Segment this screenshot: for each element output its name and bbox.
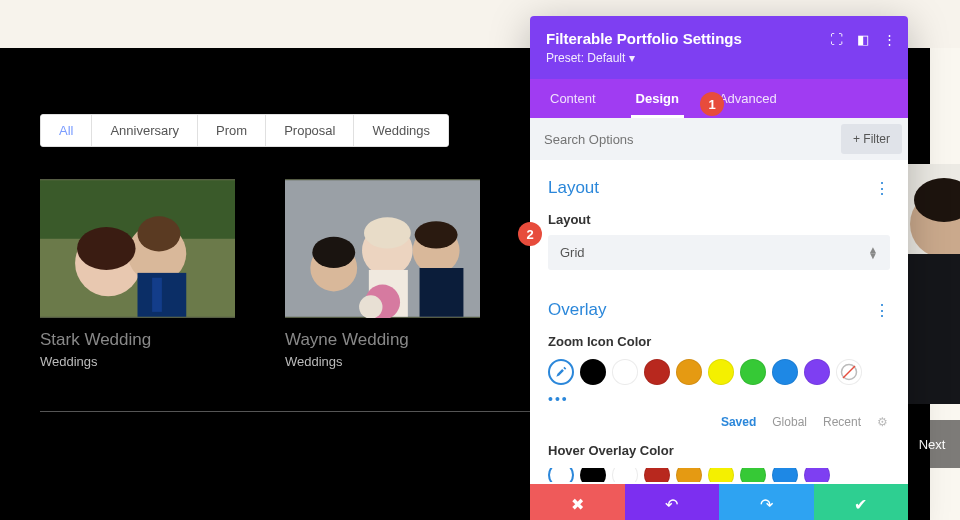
svg-point-6 — [77, 227, 136, 270]
svg-point-7 — [138, 216, 181, 251]
annotation-badge: 1 — [700, 92, 724, 116]
svg-rect-1 — [40, 180, 235, 239]
gallery-item-title: Wayne Wedding — [285, 330, 480, 350]
color-swatch[interactable] — [804, 468, 830, 482]
filter-prom[interactable]: Prom — [198, 115, 266, 146]
preset-selector[interactable]: Preset: Default ▾ — [546, 51, 892, 65]
cancel-button[interactable]: ✖ — [530, 484, 625, 520]
save-button[interactable]: ✔ — [814, 484, 909, 520]
color-swatch[interactable] — [580, 468, 606, 482]
gallery-item[interactable]: Stark Wedding Weddings — [40, 179, 235, 369]
color-swatch[interactable] — [612, 359, 638, 385]
close-icon: ✖ — [571, 495, 584, 514]
section-title: Overlay — [548, 300, 607, 320]
gallery-thumb-icon — [40, 179, 235, 318]
gallery-item-category: Weddings — [285, 354, 480, 369]
select-value: Grid — [560, 245, 585, 260]
swatch-tabs: Saved Global Recent ⚙ — [548, 415, 890, 429]
hover-color-swatches — [548, 468, 890, 482]
settings-panel: Filterable Portfolio Settings Preset: De… — [530, 16, 908, 520]
undo-button[interactable]: ↶ — [625, 484, 720, 520]
header-icons: ⛶ ◧ ⋮ — [830, 32, 896, 47]
color-swatch[interactable] — [676, 359, 702, 385]
redo-icon: ↷ — [760, 495, 773, 514]
section-menu-icon[interactable]: ⋮ — [874, 301, 890, 320]
panel-bottom-bar: ✖ ↶ ↷ ✔ — [530, 484, 908, 520]
section-head-overlay[interactable]: Overlay ⋮ — [548, 300, 890, 320]
color-swatch[interactable] — [740, 359, 766, 385]
redo-button[interactable]: ↷ — [719, 484, 814, 520]
category-filters: All Anniversary Prom Proposal Weddings — [40, 114, 449, 147]
next-button[interactable]: Next — [904, 420, 960, 468]
field-label-layout: Layout — [548, 212, 890, 227]
zoom-color-swatches — [548, 359, 890, 385]
svg-point-15 — [415, 221, 458, 248]
swatch-tab-saved[interactable]: Saved — [721, 415, 756, 429]
color-swatch[interactable] — [676, 468, 702, 482]
eyedropper-swatch[interactable] — [548, 359, 574, 385]
gear-icon[interactable]: ⚙ — [877, 415, 888, 429]
search-input[interactable] — [530, 120, 835, 159]
section-head-layout[interactable]: Layout ⋮ — [548, 178, 890, 198]
svg-point-12 — [364, 217, 411, 248]
gallery-item-title: Stark Wedding — [40, 330, 235, 350]
more-dots-icon[interactable]: ••• — [548, 391, 890, 407]
color-swatch[interactable] — [772, 359, 798, 385]
gallery-thumb-icon — [285, 179, 480, 318]
side-photo-icon — [906, 164, 960, 404]
tab-design[interactable]: Design — [616, 79, 699, 118]
filter-weddings[interactable]: Weddings — [354, 115, 448, 146]
svg-line-24 — [843, 366, 855, 378]
no-color-swatch[interactable] — [836, 359, 862, 385]
color-swatch[interactable] — [708, 359, 734, 385]
color-swatch[interactable] — [804, 359, 830, 385]
svg-point-10 — [312, 237, 355, 268]
color-swatch[interactable] — [580, 359, 606, 385]
filter-anniversary[interactable]: Anniversary — [92, 115, 198, 146]
filter-proposal[interactable]: Proposal — [266, 115, 354, 146]
check-icon: ✔ — [854, 495, 867, 514]
search-row: + Filter — [530, 118, 908, 160]
tab-content[interactable]: Content — [530, 79, 616, 118]
section-title: Layout — [548, 178, 599, 198]
panel-header[interactable]: Filterable Portfolio Settings Preset: De… — [530, 16, 908, 79]
color-swatch[interactable] — [644, 359, 670, 385]
gallery-item-category: Weddings — [40, 354, 235, 369]
chevron-updown-icon: ▲▼ — [868, 247, 878, 259]
section-menu-icon[interactable]: ⋮ — [874, 179, 890, 198]
more-icon[interactable]: ⋮ — [883, 32, 896, 47]
color-swatch[interactable] — [740, 468, 766, 482]
swatch-tab-recent[interactable]: Recent — [823, 415, 861, 429]
undo-icon: ↶ — [665, 495, 678, 514]
color-swatch[interactable] — [612, 468, 638, 482]
columns-icon[interactable]: ◧ — [857, 32, 869, 47]
expand-icon[interactable]: ⛶ — [830, 32, 843, 47]
eyedropper-swatch[interactable] — [548, 468, 574, 482]
svg-rect-16 — [420, 268, 464, 317]
field-label-zoom-color: Zoom Icon Color — [548, 334, 890, 349]
color-swatch[interactable] — [644, 468, 670, 482]
filter-button[interactable]: + Filter — [841, 124, 902, 154]
color-swatch[interactable] — [708, 468, 734, 482]
svg-rect-22 — [906, 254, 960, 404]
filter-all[interactable]: All — [41, 115, 92, 146]
svg-point-18 — [359, 295, 382, 318]
color-swatch[interactable] — [772, 468, 798, 482]
panel-body: Layout ⋮ Layout Grid ▲▼ Overlay ⋮ Zoom I… — [530, 160, 908, 484]
field-label-hover-color: Hover Overlay Color — [548, 443, 890, 458]
layout-select[interactable]: Grid ▲▼ — [548, 235, 890, 270]
swatch-tab-global[interactable]: Global — [772, 415, 807, 429]
svg-rect-5 — [152, 278, 162, 312]
gallery-item[interactable]: Wayne Wedding Weddings — [285, 179, 480, 369]
annotation-badge: 2 — [518, 222, 542, 246]
